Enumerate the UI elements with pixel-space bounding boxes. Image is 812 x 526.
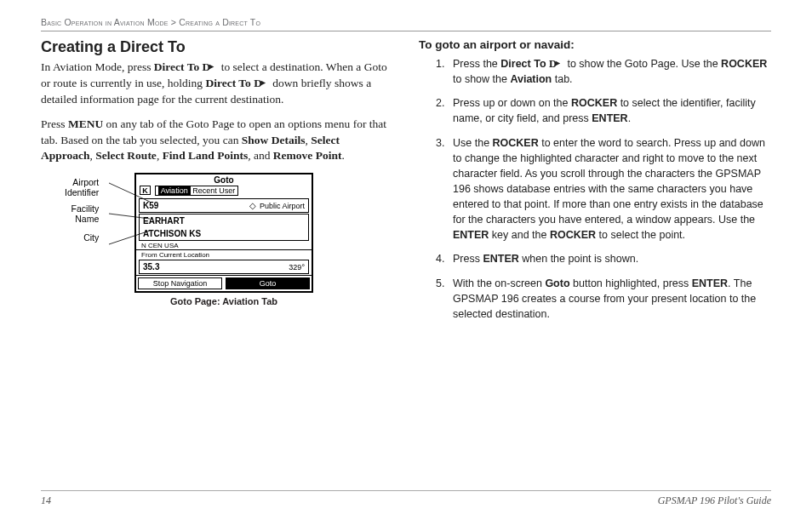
- figure-caption: Goto Page: Aviation Tab: [134, 296, 313, 306]
- screen-city-row: ATCHISON KS: [139, 227, 309, 241]
- screen-identifier: K59: [143, 201, 246, 210]
- p2l: Remove Point: [273, 149, 342, 162]
- direct-to-icon: D: [254, 76, 270, 92]
- step-4: Press ENTER when the point is shown.: [448, 251, 771, 266]
- p2j: Find Land Points: [163, 149, 249, 162]
- label-city: City: [65, 233, 99, 243]
- direct-to-icon: D: [549, 56, 564, 71]
- screen-airport-type: Public Airport: [260, 202, 305, 210]
- procedure-subhead: To goto an airport or navaid:: [419, 38, 771, 51]
- stop-nav-button: Stop Navigation: [138, 277, 222, 289]
- p1d: Direct To: [205, 77, 254, 89]
- doc-title: GPSMAP 196 Pilot's Guide: [658, 495, 771, 507]
- tab-letter: K: [140, 186, 151, 195]
- paragraph-2: Press MENU on any tab of the Goto Page t…: [41, 117, 393, 165]
- p2h: Select Route: [95, 149, 157, 162]
- label-airport-identifier: Airport Identifier: [65, 178, 99, 197]
- direct-to-icon: D: [203, 60, 219, 76]
- figure-labels: Airport Identifier Facility Name City: [65, 178, 99, 249]
- breadcrumb-sep: >: [169, 17, 180, 27]
- p2b: MENU: [68, 117, 103, 130]
- p2a: Press: [41, 117, 68, 130]
- screen-city: ATCHISON KS: [143, 229, 305, 238]
- screen-identifier-row: K59 ◇ Public Airport: [139, 198, 309, 213]
- tab-aviation: Aviation: [158, 186, 191, 195]
- p1a: In Aviation Mode, press: [41, 60, 154, 73]
- breadcrumb-part2: Creating a Direct To: [179, 17, 260, 27]
- p1b: Direct To: [154, 60, 203, 73]
- screen-tabs: K Aviation Recent User: [136, 186, 312, 197]
- p2i: ,: [157, 149, 163, 162]
- p2k: , and: [248, 149, 273, 162]
- breadcrumb: Basic Operation in Aviation Mode > Creat…: [41, 17, 771, 31]
- step-2: Press up or down on the ROCKER to select…: [448, 95, 771, 126]
- p2d: Show Details: [242, 134, 306, 146]
- screen-distance: 35.3: [143, 262, 289, 272]
- page-number: 14: [41, 495, 51, 507]
- p2m: .: [341, 149, 344, 162]
- step-5: With the on-screen Goto button highlight…: [448, 276, 771, 322]
- diamond-icon: ◇: [249, 201, 256, 210]
- screen-facility-row: EARHART: [139, 214, 309, 227]
- screen-from-label: From Current Location: [136, 249, 312, 259]
- tab-row: Aviation Recent User: [155, 186, 238, 196]
- breadcrumb-part1: Basic Operation in Aviation Mode: [41, 17, 169, 27]
- section-title: Creating a Direct To: [41, 38, 393, 56]
- screen-region: N CEN USA: [136, 242, 312, 249]
- goto-button: Goto: [226, 277, 310, 289]
- step-3: Use the ROCKER to enter the word to sear…: [448, 135, 771, 243]
- screen-bearing: 329°: [289, 263, 305, 272]
- label-facility-name: Facility Name: [65, 204, 99, 224]
- procedure-steps: Press the Direct To D to show the Goto P…: [419, 56, 771, 322]
- screen-distance-row: 35.3 329°: [139, 260, 309, 274]
- device-screen: Goto K Aviation Recent User K59 ◇ Public…: [134, 173, 313, 293]
- screen-buttons: Stop Navigation Goto: [136, 275, 312, 291]
- screen-facility: EARHART: [143, 216, 305, 226]
- figure: Airport Identifier Facility Name City Go…: [66, 173, 347, 306]
- page-footer: 14 GPSMAP 196 Pilot's Guide: [41, 490, 771, 507]
- paragraph-1: In Aviation Mode, press Direct To D to s…: [41, 60, 393, 108]
- tab-recent: Recent: [192, 186, 217, 195]
- right-column: To goto an airport or navaid: Press the …: [419, 38, 771, 330]
- screen-title: Goto: [136, 174, 312, 186]
- tab-user: User: [219, 186, 235, 195]
- left-column: Creating a Direct To In Aviation Mode, p…: [41, 38, 393, 330]
- step-1: Press the Direct To D to show the Goto P…: [448, 56, 771, 87]
